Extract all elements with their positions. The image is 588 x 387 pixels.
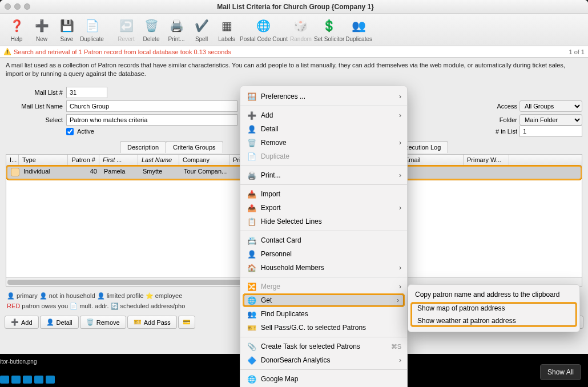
menu-contact-card[interactable]: 📇Contact Card	[240, 233, 407, 247]
submenu-copy-address[interactable]: Copy patron name and address to the clip…	[408, 288, 579, 301]
status-bar: ⚠️ Search and retrieval of 1 Patron reco…	[0, 46, 588, 58]
titlebar: Mail List Criteria for Church Group {Com…	[0, 0, 588, 14]
set-solicitor-button[interactable]: 💲Set Solicitor	[314, 17, 344, 42]
menu-add[interactable]: ➕Add›	[240, 108, 407, 122]
menu-duplicate: 📄Duplicate	[240, 150, 407, 163]
menu-donorsearch[interactable]: 🔷DonorSearch Analytics›	[240, 353, 407, 367]
menu-merge: 🔀Merge›	[240, 280, 407, 293]
duplicates-button[interactable]: 👥Duplicates	[345, 17, 372, 42]
menu-get[interactable]: 🌐Get›	[243, 293, 405, 307]
folder-icon[interactable]	[11, 376, 21, 384]
access-select[interactable]: All Groups	[519, 100, 582, 112]
patron-icon	[11, 168, 19, 176]
window-title: Mail List Criteria for Church Group {Com…	[30, 3, 561, 11]
folder-icon[interactable]	[46, 376, 55, 384]
maillist-num-input[interactable]	[66, 87, 107, 98]
menu-detail[interactable]: 👤Detail	[240, 122, 407, 136]
numinlist-label: # in List	[496, 128, 517, 135]
col-web[interactable]: Primary W...	[464, 155, 509, 165]
random-button[interactable]: 🎲Random	[289, 17, 313, 42]
maillist-num-label: Mail List #	[6, 89, 63, 96]
submenu-show-map[interactable]: Show map of patron address	[410, 302, 577, 315]
menu-print[interactable]: 🖨️Print...›	[240, 168, 407, 182]
col-company[interactable]: Company	[179, 155, 229, 165]
toolbar: ❓Help ➕New 💾Save 📄Duplicate ↩️Revert 🗑️D…	[0, 14, 588, 46]
active-label: Active	[77, 128, 94, 135]
get-submenu: Copy patron name and address to the clip…	[408, 284, 580, 332]
menu-household[interactable]: 🏠Household Members›	[240, 261, 407, 275]
close-icon[interactable]	[5, 3, 11, 10]
status-text: Search and retrieval of 1 Patron record …	[14, 49, 569, 55]
add-pass-button[interactable]: 🎫 Add Pass	[127, 316, 177, 329]
minimize-icon[interactable]	[14, 3, 21, 10]
menu-google-map[interactable]: 🌐Google Map	[240, 372, 407, 386]
delete-button[interactable]: 🗑️Delete	[139, 17, 163, 42]
col-icon[interactable]: I...	[6, 155, 19, 165]
folder-icon[interactable]	[34, 376, 43, 384]
menu-sell-pass[interactable]: 🎫Sell Pass/G.C. to selected Patrons	[240, 321, 407, 334]
print-button[interactable]: 🖨️Print...	[164, 17, 188, 42]
submenu-show-weather[interactable]: Show weather at patron address	[410, 315, 577, 327]
show-all-button[interactable]: Show All	[540, 364, 581, 380]
select-label: Select	[6, 116, 63, 123]
tab-criteria-groups[interactable]: Criteria Groups	[166, 141, 223, 153]
tab-description[interactable]: Description	[120, 141, 166, 153]
menu-preferences[interactable]: 🪟Preferences ...›	[240, 90, 407, 103]
detail-button[interactable]: 👤 Detail	[40, 316, 79, 329]
description-text: A mail list used as a collection of Patr…	[0, 58, 588, 82]
col-type[interactable]: Type	[19, 155, 68, 165]
remove-button[interactable]: 🗑️ Remove	[80, 316, 126, 329]
postal-count-button[interactable]: 🌐Postal Code Count	[240, 17, 288, 42]
record-count: 1 of 1	[569, 49, 585, 55]
warning-icon: ⚠️	[3, 48, 11, 55]
col-patron[interactable]: Patron #	[68, 155, 99, 165]
more-button[interactable]: 💳	[178, 316, 195, 329]
numinlist-input[interactable]	[519, 126, 582, 137]
menu-export[interactable]: 📤Export›	[240, 201, 407, 215]
folder-icon[interactable]	[0, 376, 9, 384]
dock-icons	[0, 376, 55, 384]
access-label: Access	[497, 103, 517, 110]
folder-label: Folder	[500, 116, 517, 123]
zoom-icon[interactable]	[24, 3, 30, 10]
labels-button[interactable]: ▦Labels	[215, 17, 239, 42]
menu-remove[interactable]: 🗑️Remove›	[240, 136, 407, 150]
help-button[interactable]: ❓Help	[5, 17, 29, 42]
folder-select[interactable]: Main Folder	[519, 114, 582, 126]
revert-button[interactable]: ↩️Revert	[114, 17, 138, 42]
menu-create-task[interactable]: 📎Create Task for selected Patrons⌘S	[240, 340, 407, 353]
context-menu: 🪟Preferences ...› ➕Add› 👤Detail 🗑️Remove…	[240, 86, 408, 387]
spell-button[interactable]: ✔️Spell	[190, 17, 214, 42]
select-input[interactable]	[66, 114, 237, 126]
dock-file-label: itor-button.png	[0, 358, 37, 365]
menu-personnel[interactable]: 👤Personnel	[240, 247, 407, 261]
maillist-name-label: Mail List Name	[6, 103, 63, 110]
traffic-lights	[5, 3, 30, 10]
duplicate-button[interactable]: 📄Duplicate	[80, 17, 104, 42]
new-button[interactable]: ➕New	[30, 17, 54, 42]
add-button[interactable]: ➕ Add	[5, 316, 39, 329]
maillist-name-input[interactable]	[66, 100, 237, 112]
col-first[interactable]: First ...	[99, 155, 138, 165]
menu-import[interactable]: 📥Import	[240, 187, 407, 201]
menu-hide[interactable]: 📋Hide Selected Lines	[240, 215, 407, 228]
menu-find-duplicates[interactable]: 👥Find Duplicates	[240, 307, 407, 321]
active-checkbox[interactable]	[66, 128, 74, 135]
col-last[interactable]: Last Name	[138, 155, 179, 165]
save-button[interactable]: 💾Save	[55, 17, 79, 42]
folder-icon[interactable]	[23, 376, 32, 384]
